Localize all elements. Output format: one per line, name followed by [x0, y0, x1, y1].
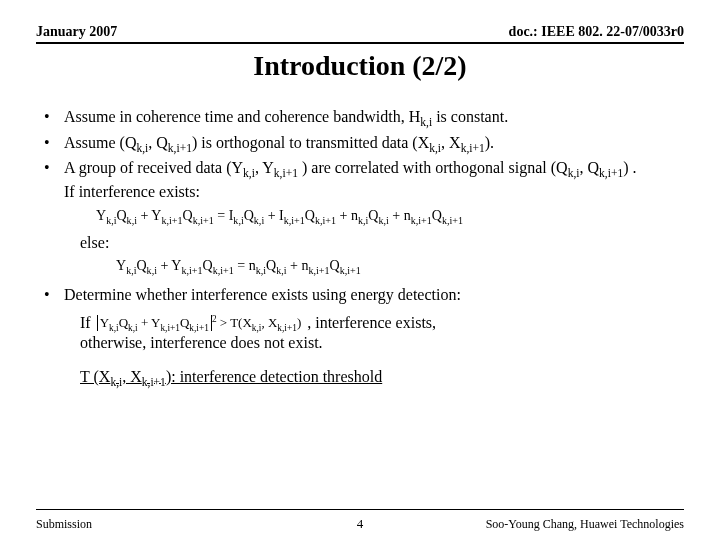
- equation-2: Yk,iQk,i + Yk,i+1Qk,i+1 = nk,iQk,i + nk,…: [36, 258, 684, 274]
- footer-left: Submission: [36, 517, 92, 532]
- footer-right: Soo-Young Chang, Huawei Technologies: [486, 517, 684, 532]
- if-tail: , interference exists,: [307, 314, 436, 332]
- slide: January 2007 doc.: IEEE 802. 22-07/0033r…: [0, 0, 720, 540]
- if-label: If: [80, 314, 91, 332]
- otherwise-line: otherwise, interference does not exist.: [36, 332, 684, 354]
- bullet-item: A group of received data (Yk,i, Yk,i+1 )…: [36, 157, 684, 202]
- header-docid: doc.: IEEE 802. 22-07/0033r0: [509, 24, 684, 40]
- bullet-text: Assume in coherence time and coherence b…: [64, 108, 508, 125]
- bullet-text: A group of received data (Yk,i, Yk,i+1 )…: [64, 159, 636, 176]
- equation-1: Yk,iQk,i + Yk,i+1Qk,i+1 = Ik,iQk,i + Ik,…: [36, 208, 684, 224]
- threshold-line: T (Xk,i, Xk,i+1): interference detection…: [36, 368, 684, 386]
- header-row: January 2007 doc.: IEEE 802. 22-07/0033r…: [36, 24, 684, 42]
- else-label: else:: [36, 234, 684, 252]
- header-date: January 2007: [36, 24, 117, 40]
- bullet-text: Assume (Qk,i, Qk,i+1) is orthogonal to t…: [64, 134, 494, 151]
- bullet-list: Assume in coherence time and coherence b…: [36, 106, 684, 202]
- if-row: If Yk,iQk,i + Yk,i+1Qk,i+12 > T(Xk,i, Xk…: [36, 314, 684, 332]
- if-equation: Yk,iQk,i + Yk,i+1Qk,i+12 > T(Xk,i, Xk,i+…: [97, 315, 302, 331]
- page-title: Introduction (2/2): [36, 50, 684, 82]
- header-rule: [36, 42, 684, 44]
- bullet-item: Assume (Qk,i, Qk,i+1) is orthogonal to t…: [36, 132, 684, 154]
- bullet-text: Determine whether interference exists us…: [64, 286, 461, 303]
- footer: Submission 4 Soo-Young Chang, Huawei Tec…: [36, 517, 684, 532]
- bullet-item: Determine whether interference exists us…: [36, 284, 684, 306]
- footer-rule: [36, 509, 684, 510]
- footer-page-number: 4: [357, 516, 364, 532]
- bullet-item: Assume in coherence time and coherence b…: [36, 106, 684, 128]
- bullet-tail: If interference exists:: [64, 181, 684, 203]
- bullet-list-2: Determine whether interference exists us…: [36, 284, 684, 306]
